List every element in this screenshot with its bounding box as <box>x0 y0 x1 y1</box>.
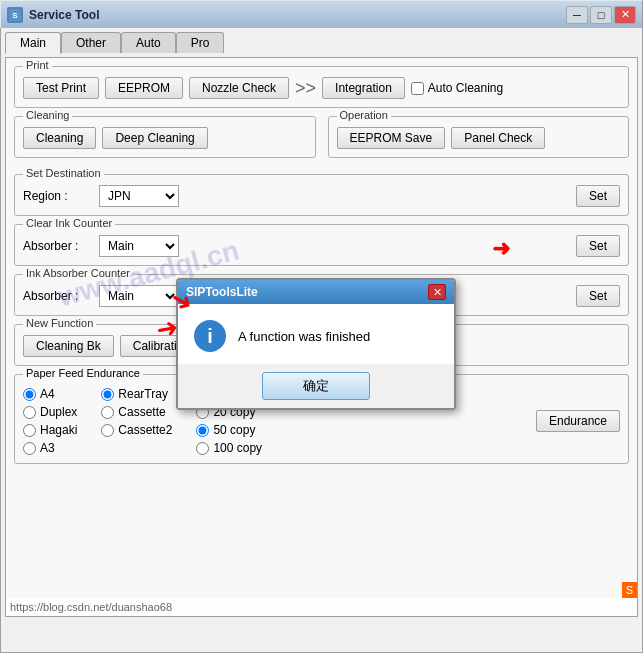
radio-duplex[interactable]: Duplex <box>23 405 77 419</box>
paper-feed-label: Paper Feed Endurance <box>23 367 143 379</box>
print-buttons-row: Test Print EEPROM Nozzle Check >> Integr… <box>23 77 620 99</box>
cleaning-group: Cleaning Cleaning Deep Cleaning <box>14 116 316 158</box>
tray-col: RearTray Cassette Cassette2 <box>101 387 172 437</box>
radio-a4[interactable]: A4 <box>23 387 77 401</box>
title-bar: S Service Tool ─ □ ✕ <box>0 0 643 28</box>
tab-content: www.aadql.cn Print Test Print EEPROM Noz… <box>5 57 638 617</box>
url-text: https://blog.csdn.net/duanshao68 <box>10 601 172 613</box>
absorber-label-1: Absorber : <box>23 239 93 253</box>
dialog-close-button[interactable]: ✕ <box>428 284 446 300</box>
panel-check-button[interactable]: Panel Check <box>451 127 545 149</box>
operation-group: Operation EEPROM Save Panel Check <box>328 116 630 158</box>
set-destination-button[interactable]: Set <box>576 185 620 207</box>
radio-cassette[interactable]: Cassette <box>101 405 172 419</box>
set-destination-group: Set Destination Region : JPN Set <box>14 174 629 216</box>
ink-absorber-counter-label: Ink Absorber Counter <box>23 267 133 279</box>
set-destination-label: Set Destination <box>23 167 104 179</box>
arrow-symbol: >> <box>295 78 316 99</box>
window-controls: ─ □ ✕ <box>566 6 636 24</box>
operation-buttons-row: EEPROM Save Panel Check <box>337 127 621 149</box>
cleaning-buttons-row: Cleaning Deep Cleaning <box>23 127 307 149</box>
radio-100copy[interactable]: 100 copy <box>196 441 262 455</box>
clear-ink-counter-group: Clear Ink Counter Absorber : Main ➜ Set <box>14 224 629 266</box>
deep-cleaning-button[interactable]: Deep Cleaning <box>102 127 207 149</box>
dialog-title-text: SIPToolsLite <box>186 285 258 299</box>
auto-cleaning-checkbox[interactable] <box>411 82 424 95</box>
dialog-title-bar: SIPToolsLite ✕ <box>178 280 454 304</box>
print-group: Print Test Print EEPROM Nozzle Check >> … <box>14 66 629 108</box>
radio-hagaki[interactable]: Hagaki <box>23 423 77 437</box>
region-label: Region : <box>23 189 93 203</box>
dialog-footer: 确定 <box>178 364 454 408</box>
cleaning-bk-button[interactable]: Cleaning Bk <box>23 335 114 357</box>
test-print-button[interactable]: Test Print <box>23 77 99 99</box>
radio-a3[interactable]: A3 <box>23 441 77 455</box>
tab-auto[interactable]: Auto <box>121 32 176 53</box>
set-clear-ink-button[interactable]: Set <box>576 235 620 257</box>
eeprom-save-button[interactable]: EEPROM Save <box>337 127 446 149</box>
cleaning-group-label: Cleaning <box>23 109 72 121</box>
print-group-label: Print <box>23 59 52 71</box>
csdn-badge: S <box>622 582 637 598</box>
radio-reartray[interactable]: RearTray <box>101 387 172 401</box>
tab-main[interactable]: Main <box>5 32 61 54</box>
absorber-select-1[interactable]: Main <box>99 235 179 257</box>
radio-cassette2[interactable]: Cassette2 <box>101 423 172 437</box>
red-arrow-1: ➜ <box>492 236 510 262</box>
svg-text:S: S <box>12 11 18 20</box>
sip-tools-lite-dialog: SIPToolsLite ✕ i A function was finished… <box>176 278 456 410</box>
region-row: Region : JPN Set <box>23 185 620 207</box>
tab-pro[interactable]: Pro <box>176 32 225 53</box>
clear-ink-counter-label: Clear Ink Counter <box>23 217 115 229</box>
dialog-message: A function was finished <box>238 329 370 344</box>
endurance-button[interactable]: Endurance <box>536 410 620 432</box>
info-icon: i <box>194 320 226 352</box>
auto-cleaning-row: Auto Cleaning <box>411 81 503 95</box>
absorber-select-2[interactable]: Main <box>99 285 179 307</box>
close-button[interactable]: ✕ <box>614 6 636 24</box>
operation-group-label: Operation <box>337 109 391 121</box>
cleaning-button[interactable]: Cleaning <box>23 127 96 149</box>
new-function-label: New Function <box>23 317 96 329</box>
set-ink-absorber-button[interactable]: Set <box>576 285 620 307</box>
absorber-row-1: Absorber : Main ➜ Set <box>23 235 620 257</box>
app-icon: S <box>7 7 23 23</box>
integration-button[interactable]: Integration <box>322 77 405 99</box>
eeprom-button[interactable]: EEPROM <box>105 77 183 99</box>
tab-bar: Main Other Auto Pro <box>5 32 638 53</box>
absorber-label-2: Absorber : <box>23 289 93 303</box>
url-bar: https://blog.csdn.net/duanshao68 <box>6 598 637 616</box>
maximize-button[interactable]: □ <box>590 6 612 24</box>
main-window: Main Other Auto Pro www.aadql.cn Print T… <box>0 28 643 653</box>
window-title: Service Tool <box>29 8 566 22</box>
minimize-button[interactable]: ─ <box>566 6 588 24</box>
radio-50copy[interactable]: 50 copy <box>196 423 262 437</box>
auto-cleaning-label: Auto Cleaning <box>428 81 503 95</box>
paper-size-col: A4 Duplex Hagaki A3 <box>23 387 77 455</box>
region-select[interactable]: JPN <box>99 185 179 207</box>
nozzle-check-button[interactable]: Nozzle Check <box>189 77 289 99</box>
tab-other[interactable]: Other <box>61 32 121 53</box>
dialog-ok-button[interactable]: 确定 <box>262 372 370 400</box>
dialog-body: i A function was finished <box>178 304 454 364</box>
